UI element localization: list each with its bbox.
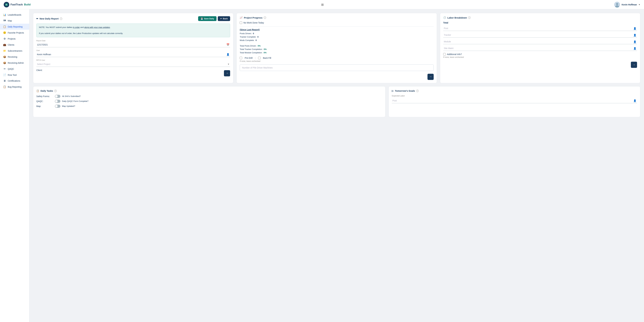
total-tracker-label: Total Tracker Completion: [240, 48, 262, 50]
map-label: Map: [36, 105, 55, 108]
client-label: Client: [36, 69, 42, 72]
daily-tasks-header: 📋 Daily Tasks i [36, 90, 382, 92]
sidebar-label-row-tool: Row Tool [8, 74, 16, 76]
module-input[interactable] [443, 39, 637, 44]
additional-info-checkbox[interactable] [443, 53, 446, 56]
map-updated-toggle-label: Map Updated? [62, 105, 75, 107]
project-progress-next-wrap: → [240, 72, 434, 80]
save-icon: 💾 [200, 18, 203, 20]
additional-info-label: Additional Info? [447, 53, 462, 56]
project-progress-title-row: 📈 Project Progress i [240, 16, 266, 19]
sidebar-label-receiving-admin: Receiving Admin [8, 62, 24, 64]
labor-breakdown-next-button[interactable]: → [631, 62, 637, 68]
user-profile-menu[interactable]: Kevin Hoffman ▼ [614, 2, 640, 8]
calendar-icon[interactable]: 📅 [226, 43, 230, 46]
tracker-input[interactable] [443, 32, 637, 38]
report-date-input[interactable] [36, 42, 230, 47]
pile-driver-input[interactable] [240, 64, 434, 71]
tomorrows-goals-card: ▷ Tomorrow's Goals i Expected Labor 👤 [388, 86, 640, 117]
new-daily-report-header: ✏ New Daily Report i 💾 Save Daily ↩ Back [36, 16, 230, 21]
total-tracker-row: Total Tracker Completion: 0% [240, 48, 434, 51]
sidebar-label-map: Map [8, 20, 12, 22]
sidebar-label-certifications: Certifications [8, 80, 20, 82]
additional-info-row: Additional Info? [443, 53, 637, 56]
new-daily-report-info-icon[interactable]: i [60, 18, 62, 20]
project-progress-next-button[interactable]: → [428, 74, 434, 80]
qaqc-form-toggle-knob [55, 100, 58, 102]
map-updated-toggle-knob [55, 105, 58, 108]
total-tracker-value: 0% [264, 48, 266, 50]
project-select[interactable]: Select Project [36, 62, 230, 67]
jha-toggle[interactable] [55, 95, 60, 98]
receiving-admin-icon: 📦 [3, 61, 6, 64]
sidebar-label-qaqc: QAQC [8, 68, 14, 70]
sidebar-item-daily-reporting[interactable]: 📋 Daily Reporting [0, 24, 29, 30]
sidebar-label-favorite-projects: Favorite Projects [8, 32, 24, 34]
svg-point-2 [616, 3, 618, 5]
top-cards-row: ✏ New Daily Report i 💾 Save Daily ↩ Back [33, 13, 640, 83]
site-maint-input-wrap: 👤 [443, 46, 637, 51]
back-fill-checkbox[interactable] [258, 57, 260, 59]
site-maint-input[interactable] [443, 46, 637, 51]
save-daily-label: Save Daily [204, 18, 214, 20]
sidebar-item-certifications[interactable]: 🖥 Certifications [0, 78, 29, 84]
no-work-today-checkbox[interactable] [240, 22, 242, 24]
total-module-value: 0% [264, 52, 266, 54]
sidebar-label-clients: Clients [8, 44, 14, 46]
no-work-today-row: No Work Done Today [240, 22, 434, 24]
new-daily-report-next-button[interactable]: → [224, 70, 230, 76]
expected-labor-section: Expected Labor 👤 [392, 95, 637, 103]
total-module-row: Total Module Completion: 0% [240, 51, 434, 54]
sidebar-item-receiving-admin[interactable]: 📦 Receiving Admin [0, 60, 29, 66]
report-date-group: Report Date 📅 [36, 40, 230, 47]
posts-driven-label: Posts Driven: [240, 32, 252, 35]
expected-labor-label: Expected Labor [392, 95, 637, 97]
labor-breakdown-title-row: 🕐 Labor Breakdown i [443, 16, 471, 19]
back-button[interactable]: ↩ Back [218, 16, 230, 21]
sidebar-item-favorite-projects[interactable]: 🙂 Favorite Projects [0, 30, 29, 36]
labor-breakdown-info-icon[interactable]: i [468, 16, 470, 19]
tomorrows-goals-info-icon[interactable]: i [416, 90, 419, 92]
save-daily-button[interactable]: 💾 Save Daily [198, 16, 216, 21]
sidebar-label-subcontractors: Subcontractors [8, 50, 22, 52]
pre-drill-checkbox[interactable] [240, 57, 242, 59]
sidebar-item-subcontractors[interactable]: 📁 Subcontractors [0, 48, 29, 54]
user-input[interactable] [36, 52, 230, 57]
sidebar-item-projects[interactable]: ⚙ Projects [0, 36, 29, 42]
certifications-icon: 🖥 [3, 80, 6, 82]
project-progress-header: 📈 Project Progress i [240, 16, 434, 19]
user-input-wrap: 👤 [36, 52, 230, 57]
bug-reporting-icon: 📋 [3, 85, 6, 88]
sidebar-item-qaqc[interactable]: ✏ QAQC [0, 66, 29, 72]
grid-menu-icon[interactable]: ⊞ [321, 3, 324, 6]
tracker-complete-row: Tracker Complete: 0 [240, 35, 434, 39]
leaderboards-icon: 📊 [3, 13, 6, 16]
project-progress-card: 📈 Project Progress i No Work Done Today … [236, 13, 437, 83]
sidebar-item-leaderboards[interactable]: 📊 LeaderBoards [0, 12, 29, 18]
daily-tasks-info-icon[interactable]: i [54, 90, 57, 92]
rpcs-user-group: RPCS User Select Project ▼ [36, 59, 230, 67]
back-fill-label: Back Fill [263, 57, 271, 59]
no-work-today-label: No Work Done Today [244, 22, 264, 24]
daily-reporting-icon: 📋 [3, 25, 6, 28]
if-none-unchecked-label: If none, leave unchecked [240, 60, 434, 62]
projects-icon: ⚙ [3, 37, 6, 40]
sidebar-label-leaderboards: LeaderBoards [8, 14, 21, 16]
sidebar-item-clients[interactable]: 💼 Clients [0, 42, 29, 48]
qaqc-form-toggle[interactable] [55, 100, 60, 103]
post-input[interactable] [443, 26, 637, 31]
logo-text-fast: FastTrack [10, 3, 23, 6]
app-logo[interactable]: FastTrackBuild [4, 2, 30, 8]
user-avatar [614, 2, 620, 8]
clients-icon: 💼 [3, 43, 6, 46]
sidebar-item-map[interactable]: 🗺 Map [0, 18, 29, 24]
project-progress-info-icon[interactable]: i [264, 16, 266, 19]
site-maint-user-icon: 👤 [633, 47, 636, 50]
tomorrows-goals-title: Tomorrow's Goals [395, 90, 415, 92]
sidebar-item-row-tool[interactable]: 📄 Row Tool [0, 72, 29, 78]
sidebar-item-receiving[interactable]: 📦 Receiving [0, 54, 29, 60]
expected-labor-post-input[interactable] [392, 98, 637, 103]
daily-tasks-icon: 📋 [36, 90, 39, 92]
map-updated-toggle[interactable] [55, 105, 60, 108]
sidebar-item-bug-reporting[interactable]: 📋 Bug Reporting [0, 84, 29, 90]
